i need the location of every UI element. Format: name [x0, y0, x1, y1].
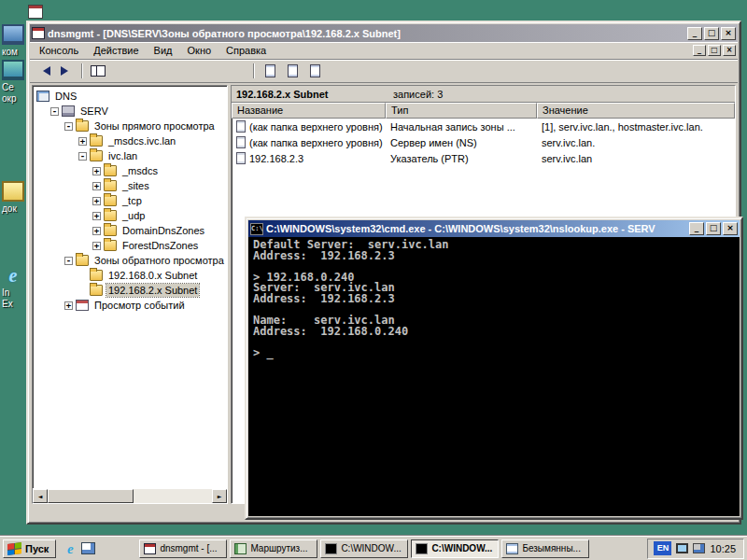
expander-icon[interactable]: +	[92, 182, 101, 190]
tree-node-label: _sites	[120, 179, 151, 192]
task-button-dnsmgmt[interactable]: dnsmgmt - [...	[139, 539, 227, 558]
desktop-icon[interactable]	[28, 5, 69, 19]
menu-bar: Консоль Действие Вид Окно Справка _ □ ×	[30, 42, 738, 60]
display-tray-icon[interactable]	[676, 543, 688, 553]
record-value: serv.ivc.lan	[537, 153, 735, 164]
maximize-button[interactable]: □	[706, 222, 721, 235]
tree-node-reverse-zones[interactable]: - Зоны обратного просмотра	[33, 253, 227, 268]
scroll-left-button[interactable]: ◄	[33, 489, 48, 503]
scrollbar-thumb[interactable]	[48, 489, 134, 503]
tree-node-udp[interactable]: + _udp	[33, 208, 227, 223]
tree-horizontal-scrollbar[interactable]: ◄ ►	[33, 488, 227, 503]
task-button-routing[interactable]: Маршрутиз...	[230, 539, 317, 558]
mmc-window-icon	[32, 27, 45, 39]
maximize-button[interactable]: □	[704, 27, 719, 40]
desktop: ком Се окр док e In Ex dnsmgmt - [DNS\SE…	[0, 0, 747, 560]
show-desktop-icon[interactable]	[81, 542, 95, 554]
expander-icon[interactable]: -	[64, 257, 73, 265]
record-row[interactable]: (как папка верхнего уровня) Начальная за…	[232, 119, 735, 134]
task-button-cmd-2-active[interactable]: C:\WINDOW...	[411, 539, 499, 558]
tree-node-domaindnszones[interactable]: + DomainDnsZones	[33, 223, 227, 238]
expander-icon[interactable]: +	[92, 197, 101, 205]
console-output[interactable]: Default Server: serv.ivc.lan Address: 19…	[248, 237, 740, 516]
expander-icon[interactable]: +	[78, 137, 87, 146]
start-button[interactable]: Пуск	[3, 539, 56, 558]
close-button[interactable]: ×	[723, 222, 738, 235]
minimize-button[interactable]: _	[689, 222, 704, 235]
task-button-cmd-1[interactable]: C:\WINDOW...	[320, 539, 408, 558]
system-tray: EN 10:25	[647, 539, 744, 559]
show-hide-tree-button[interactable]	[88, 62, 108, 80]
tree-node-event-viewer[interactable]: + Просмотр событий	[33, 298, 227, 313]
column-header-type[interactable]: Тип	[386, 103, 537, 119]
tree-node-msdcs[interactable]: + _msdcs	[33, 163, 227, 178]
expander-icon[interactable]: +	[64, 301, 73, 310]
menu-view[interactable]: Вид	[147, 43, 180, 58]
network-tray-icon[interactable]	[693, 543, 705, 553]
menu-window[interactable]: Окно	[180, 43, 219, 58]
expander-icon[interactable]: +	[92, 167, 101, 175]
expander-icon[interactable]: -	[64, 122, 73, 131]
internet-explorer-icon[interactable]: e	[63, 541, 78, 556]
task-button-untitled[interactable]: Безымянны...	[501, 539, 589, 558]
export-list-button[interactable]	[304, 62, 325, 80]
child-minimize-button[interactable]: _	[693, 45, 706, 56]
minimize-button[interactable]: _	[687, 27, 702, 40]
column-headers: Название Тип Значение	[232, 103, 735, 119]
scroll-right-button[interactable]: ►	[212, 489, 227, 503]
tree-node-dns[interactable]: DNS	[33, 89, 227, 104]
close-button[interactable]: ×	[721, 27, 736, 40]
child-close-button[interactable]: ×	[723, 45, 736, 56]
folder-icon	[104, 195, 117, 206]
properties-icon	[265, 64, 275, 77]
tree-node-label: _msdcs	[120, 164, 160, 177]
expander-icon[interactable]: +	[92, 212, 101, 220]
toolbar-separator	[81, 63, 83, 78]
tree-node-ivc-lan[interactable]: - ivc.lan	[33, 148, 227, 163]
record-value: serv.ivc.lan.	[537, 137, 735, 148]
column-header-name[interactable]: Название	[232, 103, 386, 119]
back-arrow-icon	[38, 66, 50, 76]
expander-icon[interactable]: -	[78, 152, 87, 161]
tree-node-subnet-192-168-0[interactable]: 192.168.0.x Subnet	[33, 268, 227, 283]
tree-node-serv[interactable]: - SERV	[33, 104, 227, 119]
cmd-titlebar[interactable]: C:\ C:\WINDOWS\system32\cmd.exe - C:\WIN…	[248, 220, 740, 237]
child-restore-button[interactable]: □	[708, 45, 721, 56]
refresh-button[interactable]	[282, 62, 303, 80]
tree-node-sites[interactable]: + _sites	[33, 178, 227, 193]
tree-node-label: ForestDnsZones	[120, 239, 200, 252]
tree-node-forward-zones[interactable]: - Зоны прямого просмотра	[33, 119, 227, 133]
language-indicator[interactable]: EN	[654, 541, 671, 555]
console-tree-pane: DNS - SERV - Зоны прямого просмотра + _m…	[32, 85, 228, 504]
tree-node-label: Зоны обратного просмотра	[92, 254, 226, 267]
clock[interactable]: 10:25	[710, 543, 736, 554]
dns-icon	[36, 91, 49, 102]
record-row[interactable]: 192.168.2.3 Указатель (PTR) serv.ivc.lan	[232, 150, 735, 166]
panes-icon	[91, 65, 106, 77]
menu-action[interactable]: Действие	[86, 43, 146, 58]
forward-button[interactable]	[56, 62, 77, 80]
tree-node-subnet-192-168-2[interactable]: 192.168.2.x Subnet	[33, 283, 227, 298]
console-text: Default Server: serv.ivc.lan Address: 19…	[253, 240, 735, 359]
menu-help[interactable]: Справка	[218, 43, 274, 58]
back-button[interactable]	[34, 62, 54, 80]
tree-node-msdcs-ivc-lan[interactable]: + _msdcs.ivc.lan	[33, 133, 227, 148]
record-row[interactable]: (как папка верхнего уровня) Сервер имен …	[232, 134, 735, 150]
record-icon	[236, 152, 246, 164]
tree-node-tcp[interactable]: + _tcp	[33, 193, 227, 208]
expander-icon[interactable]: -	[50, 107, 59, 116]
tree-node-forestdnszones[interactable]: + ForestDnsZones	[33, 238, 227, 253]
expander-icon[interactable]: +	[92, 227, 101, 235]
server-icon	[62, 105, 75, 117]
record-value: [1], serv.ivc.lan., hostmaster.ivc.lan.	[537, 121, 735, 133]
column-header-value[interactable]: Значение	[537, 103, 735, 119]
toolbar-separator	[253, 63, 255, 78]
menu-console[interactable]: Консоль	[32, 43, 86, 58]
task-button-label: C:\WINDOW...	[431, 543, 492, 553]
tree-node-label: DNS	[53, 90, 78, 103]
mmc-titlebar[interactable]: dnsmgmt - [DNS\SERV\Зоны обратного просм…	[30, 24, 738, 42]
documents-icon	[2, 181, 24, 202]
refresh-icon	[288, 64, 298, 77]
properties-button[interactable]	[260, 62, 280, 80]
expander-icon[interactable]: +	[92, 242, 101, 250]
